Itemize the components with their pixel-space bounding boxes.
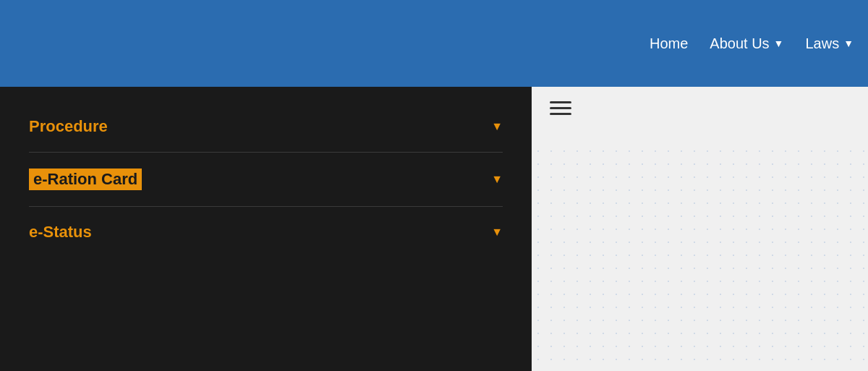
- sidebar-e-status-label: e-Status: [29, 223, 92, 242]
- sidebar-item-e-status[interactable]: e-Status ▼: [29, 207, 503, 257]
- nav-item-about-us[interactable]: About Us ▼: [710, 35, 783, 52]
- about-us-chevron-icon: ▼: [774, 38, 784, 49]
- hamburger-line-3: [550, 113, 571, 115]
- nav-about-label: About Us: [710, 35, 769, 52]
- sidebar-e-ration-label: e-Ration Card: [29, 169, 142, 190]
- hamburger-line-1: [550, 101, 571, 103]
- laws-chevron-icon: ▼: [843, 38, 854, 49]
- nav-laws-label: Laws: [805, 35, 839, 52]
- right-panel: [532, 87, 868, 371]
- sidebar-item-procedure[interactable]: Procedure ▼: [29, 101, 503, 153]
- hamburger-line-2: [550, 107, 571, 109]
- e-ration-chevron-icon: ▼: [491, 173, 503, 186]
- nav-home-label: Home: [650, 35, 688, 52]
- sidebar-item-e-ration-card[interactable]: e-Ration Card ▼: [29, 153, 503, 207]
- nav-item-home[interactable]: Home: [650, 35, 688, 52]
- hamburger-menu[interactable]: [550, 101, 571, 115]
- e-status-chevron-icon: ▼: [491, 226, 503, 239]
- top-nav: Home About Us ▼ Laws ▼: [650, 35, 854, 52]
- sidebar: Procedure ▼ e-Ration Card ▼ e-Status ▼: [0, 87, 532, 371]
- sidebar-procedure-label: Procedure: [29, 117, 108, 136]
- nav-item-laws[interactable]: Laws ▼: [805, 35, 854, 52]
- top-header: Home About Us ▼ Laws ▼: [0, 0, 868, 87]
- main-content: Procedure ▼ e-Ration Card ▼ e-Status ▼: [0, 87, 868, 371]
- procedure-chevron-icon: ▼: [491, 120, 503, 133]
- dot-pattern-background: [532, 145, 868, 371]
